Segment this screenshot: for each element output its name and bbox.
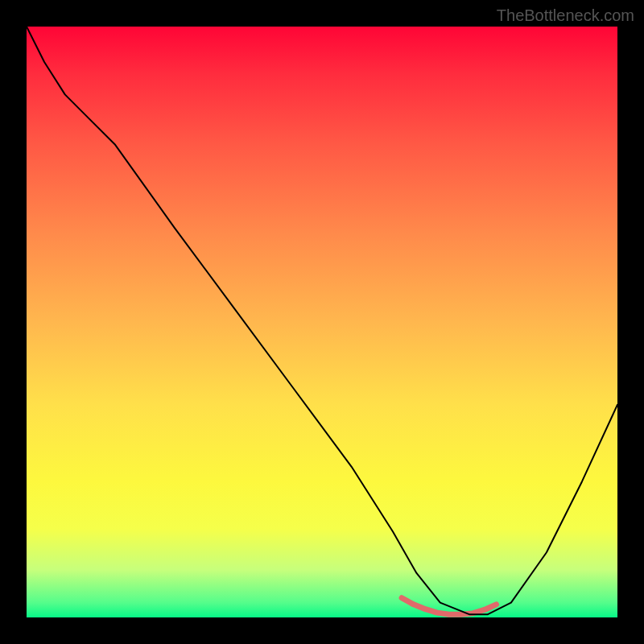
watermark-text: TheBottleneck.com (497, 6, 634, 25)
chart-svg (27, 27, 617, 617)
chart-plot-area (27, 27, 617, 617)
main-curve-line (27, 27, 617, 614)
